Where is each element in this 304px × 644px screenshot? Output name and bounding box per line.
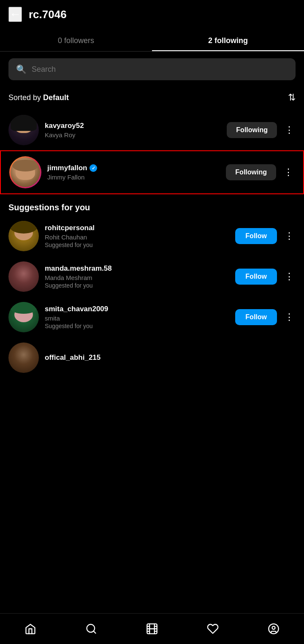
- page-title: rc.7046: [29, 8, 67, 21]
- home-icon: [24, 623, 36, 635]
- nav-search[interactable]: [79, 620, 104, 638]
- displayname-kavyaroy52: Kavya Roy: [45, 131, 221, 139]
- more-button-manda-meshram-58[interactable]: ⋮: [283, 271, 296, 282]
- user-info-manda-meshram-58: manda.meshram.58 Manda Meshram Suggested…: [45, 264, 229, 289]
- avatar-smita-chavan2009[interactable]: [8, 302, 39, 332]
- avatar-manda-meshram-58[interactable]: [8, 261, 39, 292]
- more-button-rohitcpersonal[interactable]: ⋮: [283, 231, 296, 242]
- svg-point-11: [272, 626, 275, 629]
- username-offical-abhi-215[interactable]: offical_abhi_215: [45, 353, 100, 362]
- nav-home[interactable]: [18, 620, 43, 638]
- following-button-kavyaroy52[interactable]: Following: [227, 122, 277, 138]
- tab-followers[interactable]: 0 followers: [0, 29, 152, 51]
- username-smita-chavan2009[interactable]: smita_chavan2009: [45, 305, 108, 313]
- header: ← rc.7046: [0, 0, 304, 29]
- avatar-kavyaroy52[interactable]: [8, 115, 39, 145]
- following-user-kavyaroy52: kavyaroy52 Kavya Roy Following ⋮: [0, 110, 304, 150]
- suggestion-rohitcpersonal: rohitcpersonal Rohit Chauhan Suggested f…: [0, 216, 304, 256]
- more-button-smita-chavan2009[interactable]: ⋮: [283, 312, 296, 323]
- suggested-smita-chavan2009: Suggested for you: [45, 323, 229, 329]
- avatar-offical-abhi-215[interactable]: [8, 342, 39, 373]
- user-info-rohitcpersonal: rohitcpersonal Rohit Chauhan Suggested f…: [45, 224, 229, 248]
- nav-profile[interactable]: [261, 620, 286, 638]
- following-button-jimmyfallon[interactable]: Following: [226, 164, 276, 180]
- avatar-jimmyfallon: [11, 158, 40, 187]
- search-icon: 🔍: [16, 64, 27, 74]
- user-info-smita-chavan2009: smita_chavan2009 smita Suggested for you: [45, 305, 229, 329]
- suggestion-smita-chavan2009: smita_chavan2009 smita Suggested for you…: [0, 297, 304, 337]
- user-info-kavyaroy52: kavyaroy52 Kavya Roy: [45, 122, 221, 139]
- follow-button-manda-meshram-58[interactable]: Follow: [235, 269, 277, 285]
- more-button-kavyaroy52[interactable]: ⋮: [283, 125, 296, 136]
- back-button[interactable]: ←: [8, 7, 22, 22]
- user-info-jimmyfallon: jimmyfallon ✓ Jimmy Fallon: [47, 164, 220, 181]
- sort-bar: Sorted by Default ⇅: [0, 87, 304, 110]
- more-button-jimmyfallon[interactable]: ⋮: [282, 167, 295, 178]
- suggested-manda-meshram-58: Suggested for you: [45, 282, 229, 289]
- username-kavyaroy52[interactable]: kavyaroy52: [45, 122, 84, 130]
- username-rohitcpersonal[interactable]: rohitcpersonal: [45, 224, 95, 232]
- avatar-rohitcpersonal[interactable]: [8, 221, 39, 251]
- search-input[interactable]: [32, 65, 288, 74]
- displayname-jimmyfallon: Jimmy Fallon: [47, 174, 220, 181]
- suggestions-header: Suggestions for you: [0, 194, 304, 216]
- suggestion-offical-abhi-215: offical_abhi_215: [0, 337, 304, 378]
- tab-following[interactable]: 2 following: [152, 29, 304, 51]
- suggested-rohitcpersonal: Suggested for you: [45, 242, 229, 248]
- avatar-wrap-jimmyfallon[interactable]: [9, 156, 41, 188]
- follow-button-smita-chavan2009[interactable]: Follow: [235, 309, 277, 325]
- displayname-smita-chavan2009: smita: [45, 315, 229, 322]
- search-box: 🔍: [8, 58, 296, 80]
- search-nav-icon: [85, 623, 97, 635]
- reels-icon: [146, 623, 158, 635]
- user-info-offical-abhi-215: offical_abhi_215: [45, 353, 296, 362]
- suggestion-manda-meshram-58: manda.meshram.58 Manda Meshram Suggested…: [0, 256, 304, 297]
- username-manda-meshram-58[interactable]: manda.meshram.58: [45, 264, 112, 273]
- nav-likes[interactable]: [200, 620, 225, 638]
- sort-label: Sorted by Default: [8, 93, 69, 102]
- follow-button-rohitcpersonal[interactable]: Follow: [235, 228, 277, 244]
- username-jimmyfallon[interactable]: jimmyfallon: [47, 164, 87, 172]
- following-user-jimmyfallon: jimmyfallon ✓ Jimmy Fallon Following ⋮: [0, 150, 304, 194]
- displayname-manda-meshram-58: Manda Meshram: [45, 274, 229, 281]
- bottom-nav: [0, 613, 304, 644]
- verified-badge-jimmyfallon: ✓: [90, 164, 97, 172]
- displayname-rohitcpersonal: Rohit Chauhan: [45, 234, 229, 241]
- sort-icon[interactable]: ⇅: [288, 92, 296, 103]
- nav-reels[interactable]: [139, 620, 165, 638]
- svg-line-1: [93, 631, 95, 633]
- tabs-bar: 0 followers 2 following: [0, 29, 304, 52]
- heart-icon: [207, 623, 219, 635]
- profile-icon: [268, 623, 280, 635]
- search-container: 🔍: [0, 52, 304, 87]
